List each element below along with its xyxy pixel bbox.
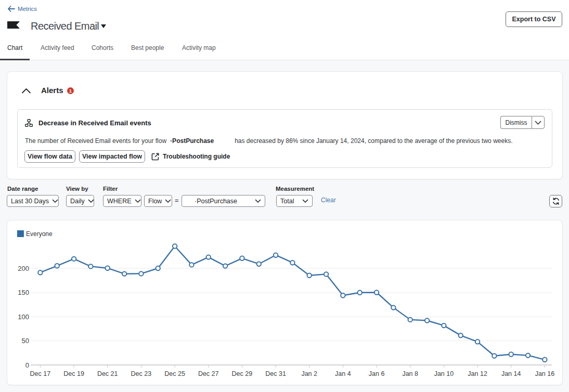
svg-text:Dec 19: Dec 19	[63, 370, 84, 377]
svg-text:Dec 25: Dec 25	[164, 370, 185, 377]
svg-text:Dec 29: Dec 29	[232, 370, 253, 377]
svg-text:Dec 23: Dec 23	[131, 370, 152, 377]
svg-text:150: 150	[18, 289, 29, 296]
svg-text:Everyone: Everyone	[26, 230, 53, 238]
svg-text:Jan 14: Jan 14	[501, 370, 521, 377]
svg-text:Dec 21: Dec 21	[97, 370, 118, 377]
svg-text:Jan 2: Jan 2	[301, 370, 317, 377]
svg-text:200: 200	[18, 265, 29, 272]
svg-text:Jan 6: Jan 6	[369, 370, 385, 377]
svg-text:50: 50	[22, 337, 29, 345]
svg-text:Jan 10: Jan 10	[434, 370, 454, 377]
svg-text:Dec 17: Dec 17	[30, 370, 51, 377]
svg-text:Jan 12: Jan 12	[468, 370, 487, 377]
svg-text:Dec 31: Dec 31	[265, 370, 286, 377]
svg-text:100: 100	[18, 313, 29, 321]
svg-text:Dec 27: Dec 27	[198, 370, 219, 377]
svg-text:Jan 8: Jan 8	[402, 370, 418, 377]
svg-text:Jan 4: Jan 4	[335, 370, 351, 377]
svg-text:0: 0	[25, 361, 29, 369]
svg-text:Jan 16: Jan 16	[535, 370, 555, 377]
